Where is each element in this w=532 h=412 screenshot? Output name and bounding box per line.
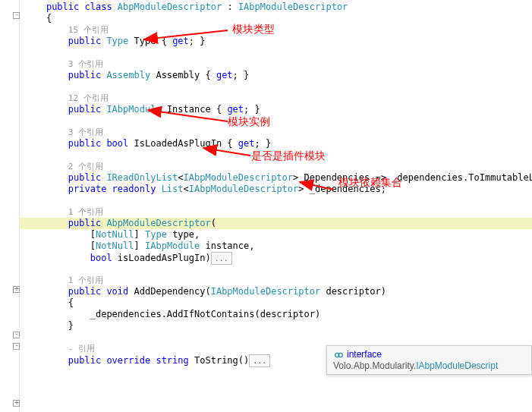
editor-gutter: [0, 0, 20, 412]
codelens-refs[interactable]: 1 个引用: [20, 206, 532, 218]
interface-icon: [333, 350, 344, 360]
fold-toggle-icon[interactable]: [13, 286, 20, 293]
annotation-text: 是否是插件模块: [251, 149, 326, 163]
codelens-refs[interactable]: 15 个引用: [20, 24, 532, 36]
folded-code-badge[interactable]: ...: [249, 354, 270, 367]
fold-toggle-icon[interactable]: [13, 343, 20, 350]
code-line[interactable]: public Assembly Assembly { get; }: [20, 70, 532, 81]
code-line[interactable]: public void AddDependency(IAbpModuleDesc…: [20, 286, 532, 297]
folded-code-badge[interactable]: ...: [211, 252, 232, 265]
code-line[interactable]: public class AbpModuleDescriptor : IAbpM…: [20, 2, 532, 13]
fold-toggle-icon[interactable]: [13, 400, 20, 407]
code-line[interactable]: public IReadOnlyList<IAbpModuleDescripto…: [20, 172, 532, 184]
blank-line: [20, 195, 532, 206]
codelens-refs[interactable]: 3 个引用: [20, 127, 532, 138]
blank-line: [20, 47, 532, 58]
code-line[interactable]: private readonly List<IAbpModuleDescript…: [20, 184, 532, 195]
intellisense-tooltip: interface Volo.Abp.Modularity.IAbpModule…: [326, 345, 532, 375]
annotation-text: 模块类型: [232, 23, 275, 36]
fold-toggle-icon[interactable]: [13, 332, 20, 338]
code-line[interactable]: bool isLoadedAsPlugIn)...: [20, 252, 532, 263]
codelens-refs[interactable]: 3 个引用: [20, 58, 532, 70]
blank-line: [20, 115, 532, 127]
code-line[interactable]: }: [20, 320, 532, 332]
codelens-refs[interactable]: 12 个引用: [20, 93, 532, 104]
code-line[interactable]: {: [20, 13, 532, 24]
blank-line: [20, 332, 532, 343]
blank-line: [20, 263, 532, 275]
code-line[interactable]: [NotNull] IAbpModule instance,: [20, 241, 532, 252]
code-line-current[interactable]: public AbpModuleDescriptor(: [20, 218, 532, 229]
code-line[interactable]: public IAbpModule Instance { get; }: [20, 104, 532, 115]
code-line[interactable]: public Type Type { get; }: [20, 36, 532, 47]
code-line[interactable]: _dependencies.AddIfNotContains(descripto…: [20, 309, 532, 320]
fold-toggle-icon[interactable]: [13, 12, 20, 19]
codelens-refs[interactable]: 1 个引用: [20, 275, 532, 286]
blank-line: [20, 81, 532, 93]
code-line[interactable]: {: [20, 297, 532, 309]
annotation-text: 模块实例: [228, 115, 270, 129]
code-line[interactable]: [NotNull] Type type,: [20, 229, 532, 241]
annotation-text: 模块依赖集合: [338, 176, 402, 190]
code-line[interactable]: public bool IsLoadedAsPlugIn { get; }: [20, 138, 532, 149]
